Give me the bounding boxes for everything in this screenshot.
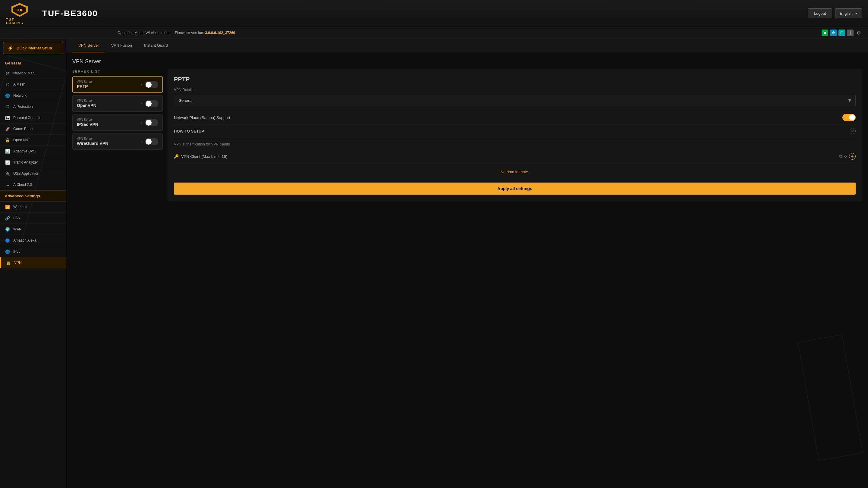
- wireguard-toggle[interactable]: [145, 138, 158, 145]
- tabs-bar: VPN Server VPN Fusion Instant Guard: [66, 39, 868, 53]
- vpn-auth-text: VPN authentication for VPN clients: [174, 140, 856, 148]
- tab-instant-guard[interactable]: Instant Guard: [138, 39, 174, 53]
- sidebar-item-game-boost[interactable]: 🚀 Game Boost: [0, 124, 66, 135]
- sidebar-label-vpn: VPN: [14, 261, 22, 265]
- logo-area: TUF TUF GAMING: [6, 1, 33, 26]
- sidebar-item-traffic-analyzer[interactable]: 📈 Traffic Analyzer: [0, 157, 66, 168]
- aicloud-icon: ☁: [5, 182, 10, 187]
- vpn-details-select[interactable]: General Advanced: [174, 95, 856, 106]
- sidebar-label-network: Network: [13, 93, 27, 98]
- advanced-section-header: Advanced Settings: [0, 190, 66, 201]
- sidebar-item-wireless[interactable]: 📶 Wireless: [0, 201, 66, 213]
- openvpn-toggle[interactable]: [145, 100, 158, 107]
- brand-subtitle: TUF GAMING: [6, 18, 33, 25]
- network-place-toggle[interactable]: [842, 114, 856, 121]
- operation-mode-value: Wireless_router: [146, 31, 171, 35]
- firmware-label: Firmware Version:: [175, 31, 204, 35]
- sidebar-item-aimesh[interactable]: ⬡ AiMesh: [0, 79, 66, 90]
- usb-icon: 🔌: [5, 171, 10, 176]
- vpn-icon: 🔒: [6, 260, 11, 265]
- sidebar-item-adaptive-qos[interactable]: 📊 Adaptive QoS: [0, 146, 66, 157]
- traffic-icon: 📈: [5, 160, 10, 165]
- network-map-icon: 🗺: [5, 70, 10, 76]
- lightning-icon: ⚡: [7, 45, 13, 51]
- add-client-button[interactable]: +: [849, 153, 856, 160]
- operation-mode-label: Operation Mode:: [118, 31, 144, 35]
- no-data-message: No data in table.: [174, 165, 856, 179]
- content-area: VPN Server SERVER LIST VPN Server PPTP ›: [66, 53, 868, 207]
- sidebar-item-vpn[interactable]: 🔒 VPN: [0, 257, 66, 268]
- sidebar-item-amazon-alexa[interactable]: 🔵 Amazon Alexa: [0, 235, 66, 246]
- logout-button[interactable]: Logout: [808, 8, 832, 19]
- alexa-icon: 🔵: [5, 238, 10, 243]
- pptp-toggle[interactable]: [145, 81, 158, 88]
- sidebar-label-aiprotection: AiProtection: [13, 104, 33, 109]
- sidebar-item-network-map[interactable]: 🗺 Network Map: [0, 68, 66, 79]
- help-icon[interactable]: ?: [849, 128, 856, 134]
- qos-icon: 📊: [5, 149, 10, 154]
- apply-settings-button[interactable]: Apply all settings: [174, 183, 856, 195]
- pptp-name: PPTP: [77, 84, 138, 89]
- language-selector[interactable]: English: [835, 8, 862, 19]
- vpn-item-wireguard[interactable]: VPN Server WireGuard VPN ›: [72, 133, 163, 150]
- sidebar-label-traffic: Traffic Analyzer: [13, 160, 38, 164]
- pptp-arrow-icon: ›: [141, 83, 142, 87]
- network-place-label: Network Place (Samba) Support: [174, 116, 230, 120]
- sidebar: ⚡ Quick Internet Setup General 🗺 Network…: [0, 39, 66, 488]
- openvpn-type-label: VPN Server: [77, 99, 138, 102]
- sidebar-item-ipv6[interactable]: 🌐 IPv6: [0, 246, 66, 257]
- status-icon-4: |: [847, 30, 854, 36]
- lan-icon: 🔗: [5, 216, 10, 221]
- settings-icon[interactable]: ⚙: [855, 30, 862, 36]
- ipsec-arrow-icon: ›: [141, 121, 142, 125]
- ipv6-icon: 🌐: [5, 249, 10, 254]
- wireguard-name: WireGuard VPN: [77, 141, 138, 146]
- ipsec-toggle[interactable]: [145, 119, 158, 126]
- server-list-panel: SERVER LIST VPN Server PPTP ›: [72, 70, 163, 201]
- sidebar-item-open-nat[interactable]: 🔓 Open NAT: [0, 135, 66, 146]
- network-place-row: Network Place (Samba) Support: [174, 111, 856, 124]
- sidebar-item-aiprotection[interactable]: 🛡 AiProtection: [0, 101, 66, 112]
- parental-icon: 👨‍👧: [5, 115, 10, 121]
- vpn-item-openvpn[interactable]: VPN Server OpenVPN ›: [72, 95, 163, 112]
- status-icon-1: ■: [822, 30, 828, 36]
- sidebar-label-network-map: Network Map: [13, 71, 35, 75]
- sidebar-label-aicloud: AiCloud 2.0: [13, 183, 32, 187]
- vpn-client-label: VPN Client (Max Limit :16): [181, 154, 839, 159]
- client-count: 0: [844, 154, 846, 159]
- tuf-logo: TUF TUF GAMING: [6, 1, 33, 26]
- sidebar-label-ipv6: IPv6: [13, 250, 21, 254]
- openvpn-arrow-icon: ›: [141, 101, 142, 106]
- pptp-type-label: VPN Server: [77, 80, 138, 84]
- svg-text:TUF: TUF: [16, 8, 24, 12]
- header-actions: Logout English: [808, 8, 862, 19]
- quick-setup-label: Quick Internet Setup: [17, 46, 52, 50]
- copy-icon[interactable]: ⧉: [839, 154, 842, 159]
- pptp-details-panel: PPTP VPN Details General Advanced ▼ Netw…: [167, 70, 862, 201]
- tab-vpn-fusion[interactable]: VPN Fusion: [105, 39, 138, 53]
- network-icon: 🌐: [5, 93, 10, 98]
- status-icons: ■ ⚙ ⬡ | ⚙: [822, 30, 862, 36]
- openvpn-name: OpenVPN: [77, 103, 138, 108]
- sidebar-item-parental-controls[interactable]: 👨‍👧 Parental Controls: [0, 112, 66, 124]
- tab-vpn-server[interactable]: VPN Server: [72, 39, 105, 53]
- vpn-item-pptp[interactable]: VPN Server PPTP ›: [72, 76, 163, 93]
- chevron-down-icon: [855, 13, 858, 14]
- status-info: Operation Mode: Wireless_router Firmware…: [118, 31, 235, 35]
- quick-internet-setup[interactable]: ⚡ Quick Internet Setup: [3, 42, 63, 54]
- general-section-header: General: [0, 57, 66, 68]
- wireguard-type-label: VPN Server: [77, 137, 138, 140]
- sidebar-item-network[interactable]: 🌐 Network: [0, 90, 66, 101]
- vpn-item-ipsec[interactable]: VPN Server IPSec VPN ›: [72, 114, 163, 131]
- sidebar-item-lan[interactable]: 🔗 LAN: [0, 213, 66, 224]
- wan-icon: 🌍: [5, 227, 10, 232]
- sidebar-item-aicloud[interactable]: ☁ AiCloud 2.0: [0, 179, 66, 190]
- sidebar-label-game-boost: Game Boost: [13, 127, 33, 131]
- sidebar-item-wan[interactable]: 🌍 WAN: [0, 224, 66, 235]
- firmware-version: 3.0.0.6.102_37260: [205, 31, 235, 35]
- main-content: VPN Server VPN Fusion Instant Guard VPN …: [66, 39, 868, 488]
- how-to-label: HOW TO SETUP: [174, 129, 204, 133]
- key-icon: 🔑: [174, 154, 179, 159]
- sidebar-label-parental: Parental Controls: [13, 116, 41, 120]
- sidebar-item-usb-application[interactable]: 🔌 USB Application: [0, 168, 66, 179]
